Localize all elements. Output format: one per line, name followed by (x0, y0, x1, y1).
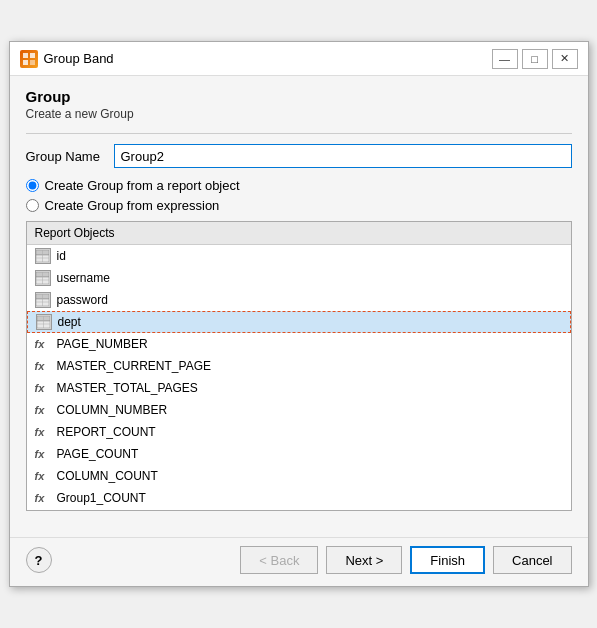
radio-expression-row: Create Group from expression (26, 198, 572, 213)
list-item-text: username (57, 271, 110, 285)
fx-icon: fx (35, 360, 51, 372)
divider (26, 133, 572, 134)
radio-from-object[interactable] (26, 179, 39, 192)
list-item[interactable]: fxCOLUMN_COUNT (27, 465, 571, 487)
list-item[interactable]: fxMASTER_CURRENT_PAGE (27, 355, 571, 377)
help-button[interactable]: ? (26, 547, 52, 573)
radio-from-expression-label[interactable]: Create Group from expression (45, 198, 220, 213)
db-icon (35, 248, 51, 264)
dialog-content: Group Create a new Group Group Name Crea… (10, 76, 588, 537)
group-name-input[interactable] (114, 144, 572, 168)
finish-button[interactable]: Finish (410, 546, 485, 574)
list-item[interactable]: id (27, 245, 571, 267)
list-item-text: id (57, 249, 66, 263)
title-controls: — □ ✕ (492, 49, 578, 69)
group-name-row: Group Name (26, 144, 572, 168)
list-item[interactable]: username (27, 267, 571, 289)
dialog-footer: ? < Back Next > Finish Cancel (10, 537, 588, 586)
db-icon (35, 270, 51, 286)
footer-left: ? (26, 547, 52, 573)
radio-from-object-label[interactable]: Create Group from a report object (45, 178, 240, 193)
close-button[interactable]: ✕ (552, 49, 578, 69)
list-item-text: dept (58, 315, 81, 329)
radio-from-expression[interactable] (26, 199, 39, 212)
fx-icon: fx (35, 470, 51, 482)
group-name-label: Group Name (26, 149, 106, 164)
radio-object-row: Create Group from a report object (26, 178, 572, 193)
minimize-button[interactable]: — (492, 49, 518, 69)
maximize-button[interactable]: □ (522, 49, 548, 69)
fx-icon: fx (35, 382, 51, 394)
fx-icon: fx (35, 338, 51, 350)
svg-rect-1 (30, 53, 35, 58)
main-window: Group Band — □ ✕ Group Create a new Grou… (9, 41, 589, 587)
list-item-text: password (57, 293, 108, 307)
svg-rect-2 (23, 60, 28, 65)
list-item[interactable]: fxGroup1_COUNT (27, 487, 571, 507)
app-icon (20, 50, 38, 68)
fx-icon: fx (35, 492, 51, 504)
list-item-text: MASTER_TOTAL_PAGES (57, 381, 198, 395)
section-title: Group (26, 88, 572, 105)
radio-group: Create Group from a report object Create… (26, 178, 572, 213)
list-item-text: COLUMN_NUMBER (57, 403, 168, 417)
list-item-text: PAGE_COUNT (57, 447, 139, 461)
list-header: Report Objects (27, 222, 571, 245)
next-button[interactable]: Next > (326, 546, 402, 574)
fx-icon: fx (35, 426, 51, 438)
title-bar: Group Band — □ ✕ (10, 42, 588, 76)
db-icon (35, 292, 51, 308)
list-item[interactable]: fxPAGE_COUNT (27, 443, 571, 465)
list-item[interactable]: fxREPORT_COUNT (27, 421, 571, 443)
section-subtitle: Create a new Group (26, 107, 572, 121)
report-objects-list-container: Report Objects id username password (26, 221, 572, 511)
window-title: Group Band (44, 51, 114, 66)
list-item[interactable]: password (27, 289, 571, 311)
footer-right: < Back Next > Finish Cancel (240, 546, 571, 574)
list-scroll[interactable]: id username password deptfxPAGE_NUMBERfx… (27, 245, 571, 507)
list-item-text: COLUMN_COUNT (57, 469, 158, 483)
list-item-text: MASTER_CURRENT_PAGE (57, 359, 211, 373)
svg-rect-3 (30, 60, 35, 65)
cancel-button[interactable]: Cancel (493, 546, 571, 574)
list-item-text: Group1_COUNT (57, 491, 146, 505)
fx-icon: fx (35, 404, 51, 416)
title-bar-left: Group Band (20, 50, 114, 68)
list-item-text: PAGE_NUMBER (57, 337, 148, 351)
list-item-text: REPORT_COUNT (57, 425, 156, 439)
list-item[interactable]: fxCOLUMN_NUMBER (27, 399, 571, 421)
fx-icon: fx (35, 448, 51, 460)
back-button[interactable]: < Back (240, 546, 318, 574)
svg-rect-0 (23, 53, 28, 58)
db-icon (36, 314, 52, 330)
list-item[interactable]: dept (27, 311, 571, 333)
list-item[interactable]: fxMASTER_TOTAL_PAGES (27, 377, 571, 399)
list-item[interactable]: fxPAGE_NUMBER (27, 333, 571, 355)
